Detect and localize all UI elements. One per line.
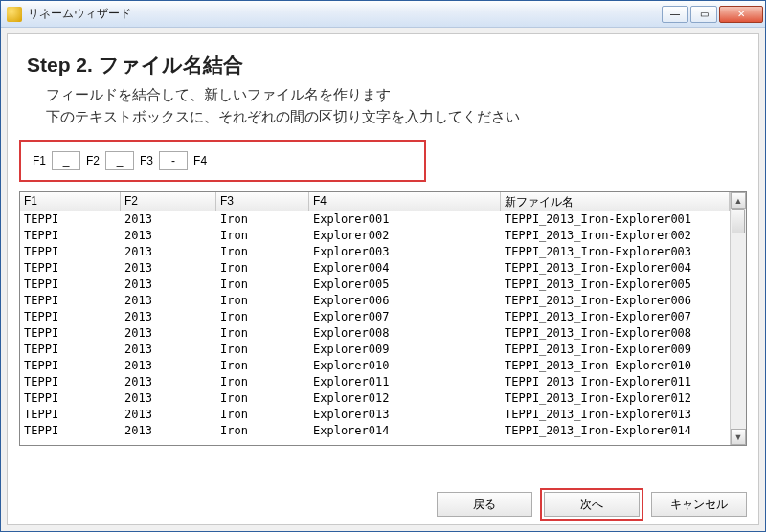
cell-filename: TEPPI_2013_Iron-Explorer005	[501, 277, 730, 293]
table-row[interactable]: TEPPI2013IronExplorer004TEPPI_2013_Iron-…	[20, 260, 730, 277]
cell-filename: TEPPI_2013_Iron-Explorer013	[501, 407, 730, 423]
table-row[interactable]: TEPPI2013IronExplorer006TEPPI_2013_Iron-…	[20, 293, 730, 309]
cell-f1: TEPPI	[20, 325, 121, 342]
sep-input-f3-f4[interactable]	[159, 151, 188, 170]
cell-f3: Iron	[216, 244, 309, 260]
cell-f1: TEPPI	[20, 374, 121, 390]
table-row[interactable]: TEPPI2013IronExplorer010TEPPI_2013_Iron-…	[20, 358, 730, 374]
cell-f3: Iron	[216, 309, 309, 325]
th-filename[interactable]: 新ファイル名	[501, 192, 730, 211]
description-line-1: フィールドを結合して、新しいファイル名を作ります	[46, 86, 747, 104]
th-f1[interactable]: F1	[20, 192, 121, 211]
maximize-button[interactable]: ▭	[690, 6, 717, 23]
cell-f4: Explorer005	[309, 277, 501, 293]
close-button[interactable]: ✕	[719, 6, 763, 23]
cell-filename: TEPPI_2013_Iron-Explorer012	[501, 390, 730, 407]
cell-f4: Explorer004	[309, 260, 501, 277]
cell-f1: TEPPI	[20, 342, 121, 358]
cell-f2: 2013	[121, 309, 216, 325]
table-row[interactable]: TEPPI2013IronExplorer014TEPPI_2013_Iron-…	[20, 423, 730, 439]
table-row[interactable]: TEPPI2013IronExplorer001TEPPI_2013_Iron-…	[20, 211, 730, 228]
table-row[interactable]: TEPPI2013IronExplorer008TEPPI_2013_Iron-…	[20, 325, 730, 342]
cell-f3: Iron	[216, 325, 309, 342]
cell-f3: Iron	[216, 277, 309, 293]
cell-f1: TEPPI	[20, 277, 121, 293]
cell-f1: TEPPI	[20, 309, 121, 325]
cell-f4: Explorer003	[309, 244, 501, 260]
separator-panel: F1 F2 F3 F4	[19, 140, 426, 182]
cell-f1: TEPPI	[20, 407, 121, 423]
cell-f3: Iron	[216, 228, 309, 244]
cell-filename: TEPPI_2013_Iron-Explorer011	[501, 374, 730, 390]
sep-input-f2-f3[interactable]	[105, 151, 134, 170]
cell-filename: TEPPI_2013_Iron-Explorer007	[501, 309, 730, 325]
cell-f1: TEPPI	[20, 211, 121, 228]
scroll-down-button[interactable]: ▼	[731, 429, 746, 445]
cell-filename: TEPPI_2013_Iron-Explorer003	[501, 244, 730, 260]
scroll-up-button[interactable]: ▲	[731, 192, 746, 209]
cell-f2: 2013	[121, 277, 216, 293]
description-line-2: 下のテキストボックスに、それぞれの間の区切り文字を入力してください	[46, 108, 747, 126]
cell-f4: Explorer007	[309, 309, 501, 325]
titlebar: リネームウィザード — ▭ ✕	[1, 1, 765, 28]
table-row[interactable]: TEPPI2013IronExplorer003TEPPI_2013_Iron-…	[20, 244, 730, 260]
cell-f3: Iron	[216, 293, 309, 309]
cell-f3: Iron	[216, 390, 309, 407]
table-row[interactable]: TEPPI2013IronExplorer007TEPPI_2013_Iron-…	[20, 309, 730, 325]
window-controls: — ▭ ✕	[662, 6, 763, 23]
cell-f4: Explorer008	[309, 325, 501, 342]
table-header: F1 F2 F3 F4 新ファイル名	[20, 192, 730, 211]
cancel-button[interactable]: キャンセル	[651, 492, 747, 517]
table-row[interactable]: TEPPI2013IronExplorer012TEPPI_2013_Iron-…	[20, 390, 730, 407]
cell-f2: 2013	[121, 407, 216, 423]
app-window: リネームウィザード — ▭ ✕ Step 2. ファイル名結合 フィールドを結合…	[0, 0, 766, 532]
vertical-scrollbar[interactable]: ▲ ▼	[730, 192, 746, 445]
cell-filename: TEPPI_2013_Iron-Explorer010	[501, 358, 730, 374]
table-row[interactable]: TEPPI2013IronExplorer013TEPPI_2013_Iron-…	[20, 407, 730, 423]
cell-f4: Explorer014	[309, 423, 501, 439]
th-f3[interactable]: F3	[216, 192, 309, 211]
scroll-thumb[interactable]	[732, 209, 745, 233]
sep-input-f1-f2[interactable]	[52, 151, 80, 170]
cell-f4: Explorer012	[309, 390, 501, 407]
cell-filename: TEPPI_2013_Iron-Explorer008	[501, 325, 730, 342]
cell-f2: 2013	[121, 293, 216, 309]
cell-f1: TEPPI	[20, 390, 121, 407]
cell-filename: TEPPI_2013_Iron-Explorer009	[501, 342, 730, 358]
cell-f2: 2013	[121, 228, 216, 244]
th-f2[interactable]: F2	[121, 192, 216, 211]
cell-f2: 2013	[121, 423, 216, 439]
cell-f2: 2013	[121, 374, 216, 390]
table-row[interactable]: TEPPI2013IronExplorer009TEPPI_2013_Iron-…	[20, 342, 730, 358]
cell-f1: TEPPI	[20, 260, 121, 277]
cell-f3: Iron	[216, 423, 309, 439]
cell-filename: TEPPI_2013_Iron-Explorer014	[501, 423, 730, 439]
cell-f4: Explorer013	[309, 407, 501, 423]
table-row[interactable]: TEPPI2013IronExplorer011TEPPI_2013_Iron-…	[20, 374, 730, 390]
preview-table: F1 F2 F3 F4 新ファイル名 TEPPI2013IronExplorer…	[19, 191, 747, 446]
cell-f2: 2013	[121, 211, 216, 228]
back-button[interactable]: 戻る	[437, 492, 532, 517]
client-area: Step 2. ファイル名結合 フィールドを結合して、新しいファイル名を作ります…	[7, 33, 759, 525]
table-body: TEPPI2013IronExplorer001TEPPI_2013_Iron-…	[20, 211, 730, 445]
cell-f3: Iron	[216, 260, 309, 277]
table-row[interactable]: TEPPI2013IronExplorer002TEPPI_2013_Iron-…	[20, 228, 730, 244]
cell-f2: 2013	[121, 358, 216, 374]
window-title: リネームウィザード	[28, 6, 662, 22]
cell-filename: TEPPI_2013_Iron-Explorer001	[501, 211, 730, 228]
table-row[interactable]: TEPPI2013IronExplorer005TEPPI_2013_Iron-…	[20, 277, 730, 293]
minimize-button[interactable]: —	[662, 6, 688, 23]
cell-f2: 2013	[121, 390, 216, 407]
cell-filename: TEPPI_2013_Iron-Explorer004	[501, 260, 730, 277]
th-f4[interactable]: F4	[309, 192, 501, 211]
cell-f4: Explorer002	[309, 228, 501, 244]
sep-label-f3: F3	[140, 154, 153, 167]
next-button[interactable]: 次へ	[544, 492, 640, 517]
cell-f2: 2013	[121, 342, 216, 358]
app-icon	[7, 7, 22, 22]
cell-f1: TEPPI	[20, 423, 121, 439]
cell-filename: TEPPI_2013_Iron-Explorer002	[501, 228, 730, 244]
cell-f3: Iron	[216, 374, 309, 390]
cell-f2: 2013	[121, 244, 216, 260]
sep-label-f4: F4	[193, 154, 207, 167]
